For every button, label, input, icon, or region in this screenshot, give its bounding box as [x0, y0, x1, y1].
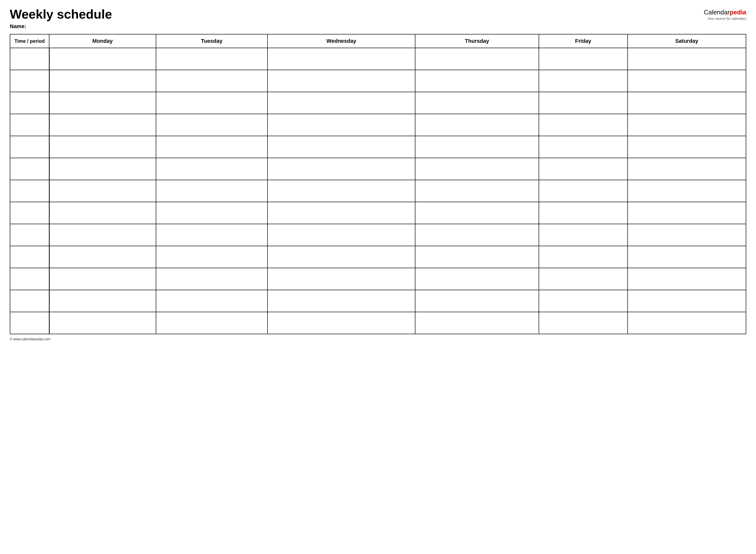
- schedule-cell[interactable]: [156, 290, 268, 312]
- schedule-cell[interactable]: [268, 70, 415, 92]
- schedule-cell[interactable]: [628, 246, 746, 268]
- schedule-cell[interactable]: [49, 290, 156, 312]
- table-row: [10, 224, 746, 246]
- schedule-cell[interactable]: [628, 268, 746, 290]
- schedule-cell[interactable]: [539, 70, 628, 92]
- schedule-cell[interactable]: [628, 180, 746, 202]
- schedule-cell[interactable]: [156, 92, 268, 114]
- col-header-wednesday: Wednesday: [268, 34, 415, 48]
- schedule-cell[interactable]: [539, 180, 628, 202]
- schedule-cell[interactable]: [268, 202, 415, 224]
- schedule-cell[interactable]: [156, 136, 268, 158]
- schedule-cell[interactable]: [539, 246, 628, 268]
- schedule-cell[interactable]: [156, 180, 268, 202]
- schedule-cell[interactable]: [49, 180, 156, 202]
- schedule-cell[interactable]: [268, 246, 415, 268]
- schedule-cell[interactable]: [415, 312, 539, 334]
- time-cell[interactable]: [10, 48, 49, 70]
- schedule-cell[interactable]: [415, 290, 539, 312]
- schedule-cell[interactable]: [268, 268, 415, 290]
- time-cell[interactable]: [10, 202, 49, 224]
- schedule-cell[interactable]: [628, 136, 746, 158]
- schedule-cell[interactable]: [628, 158, 746, 180]
- time-cell[interactable]: [10, 180, 49, 202]
- schedule-cell[interactable]: [415, 246, 539, 268]
- schedule-cell[interactable]: [156, 246, 268, 268]
- schedule-cell[interactable]: [49, 114, 156, 136]
- schedule-cell[interactable]: [49, 312, 156, 334]
- time-cell[interactable]: [10, 92, 49, 114]
- schedule-cell[interactable]: [628, 224, 746, 246]
- schedule-cell[interactable]: [268, 48, 415, 70]
- schedule-cell[interactable]: [156, 48, 268, 70]
- schedule-cell[interactable]: [49, 224, 156, 246]
- time-cell[interactable]: [10, 268, 49, 290]
- schedule-cell[interactable]: [156, 114, 268, 136]
- table-row: [10, 114, 746, 136]
- schedule-cell[interactable]: [415, 268, 539, 290]
- schedule-cell[interactable]: [49, 202, 156, 224]
- schedule-cell[interactable]: [156, 158, 268, 180]
- time-cell[interactable]: [10, 224, 49, 246]
- schedule-cell[interactable]: [49, 136, 156, 158]
- col-header-saturday: Saturday: [628, 34, 746, 48]
- time-cell[interactable]: [10, 136, 49, 158]
- schedule-cell[interactable]: [539, 48, 628, 70]
- logo-tagline: Your source for calendars: [707, 17, 746, 20]
- time-cell[interactable]: [10, 158, 49, 180]
- time-cell[interactable]: [10, 246, 49, 268]
- schedule-cell[interactable]: [415, 158, 539, 180]
- schedule-cell[interactable]: [268, 92, 415, 114]
- schedule-cell[interactable]: [415, 224, 539, 246]
- schedule-cell[interactable]: [156, 312, 268, 334]
- schedule-cell[interactable]: [268, 158, 415, 180]
- time-cell[interactable]: [10, 70, 49, 92]
- schedule-cell[interactable]: [628, 70, 746, 92]
- col-header-time: Time / period: [10, 34, 49, 48]
- schedule-cell[interactable]: [156, 224, 268, 246]
- schedule-cell[interactable]: [539, 114, 628, 136]
- schedule-cell[interactable]: [268, 114, 415, 136]
- schedule-cell[interactable]: [628, 114, 746, 136]
- time-cell[interactable]: [10, 114, 49, 136]
- schedule-cell[interactable]: [539, 268, 628, 290]
- schedule-cell[interactable]: [628, 48, 746, 70]
- schedule-cell[interactable]: [539, 92, 628, 114]
- schedule-cell[interactable]: [49, 70, 156, 92]
- logo: Calendarpedia: [704, 9, 746, 16]
- schedule-cell[interactable]: [415, 70, 539, 92]
- schedule-cell[interactable]: [156, 268, 268, 290]
- schedule-cell[interactable]: [49, 246, 156, 268]
- time-cell[interactable]: [10, 312, 49, 334]
- schedule-cell[interactable]: [156, 70, 268, 92]
- schedule-cell[interactable]: [415, 114, 539, 136]
- schedule-cell[interactable]: [539, 136, 628, 158]
- schedule-cell[interactable]: [415, 136, 539, 158]
- schedule-cell[interactable]: [539, 290, 628, 312]
- table-row: [10, 180, 746, 202]
- schedule-cell[interactable]: [49, 92, 156, 114]
- schedule-cell[interactable]: [268, 136, 415, 158]
- schedule-cell[interactable]: [156, 202, 268, 224]
- schedule-cell[interactable]: [268, 290, 415, 312]
- schedule-cell[interactable]: [415, 92, 539, 114]
- table-row: [10, 48, 746, 70]
- schedule-cell[interactable]: [49, 48, 156, 70]
- schedule-cell[interactable]: [268, 312, 415, 334]
- schedule-cell[interactable]: [628, 290, 746, 312]
- schedule-cell[interactable]: [628, 92, 746, 114]
- schedule-cell[interactable]: [415, 180, 539, 202]
- schedule-cell[interactable]: [539, 202, 628, 224]
- schedule-cell[interactable]: [539, 224, 628, 246]
- schedule-cell[interactable]: [415, 202, 539, 224]
- schedule-cell[interactable]: [268, 180, 415, 202]
- schedule-cell[interactable]: [628, 312, 746, 334]
- schedule-cell[interactable]: [49, 268, 156, 290]
- schedule-cell[interactable]: [628, 202, 746, 224]
- schedule-cell[interactable]: [539, 312, 628, 334]
- schedule-cell[interactable]: [49, 158, 156, 180]
- time-cell[interactable]: [10, 290, 49, 312]
- schedule-cell[interactable]: [415, 48, 539, 70]
- schedule-cell[interactable]: [268, 224, 415, 246]
- schedule-cell[interactable]: [539, 158, 628, 180]
